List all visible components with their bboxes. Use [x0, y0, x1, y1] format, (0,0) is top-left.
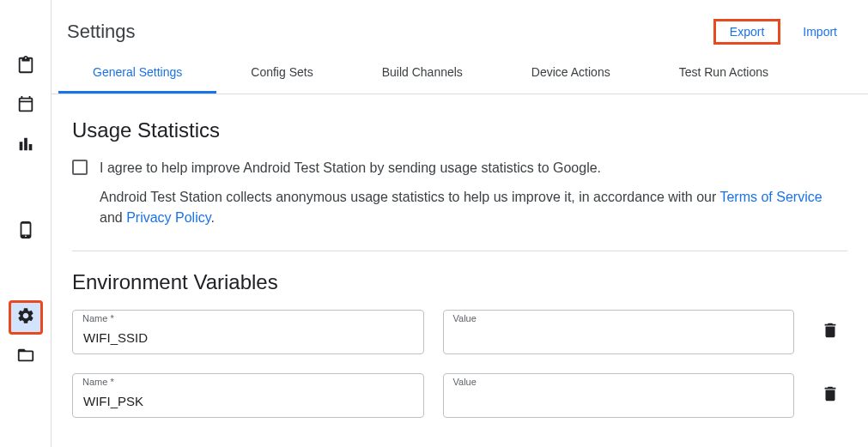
- sidebar-item-settings[interactable]: [9, 300, 43, 335]
- env-name-field-0: Name *: [72, 310, 424, 354]
- page-title: Settings: [67, 21, 136, 43]
- tab-general-settings[interactable]: General Settings: [58, 53, 216, 94]
- env-row-1: Name * Value: [72, 373, 847, 418]
- clipboard-icon: [16, 56, 35, 78]
- env-name-field-1: Name *: [72, 373, 424, 418]
- export-highlight: Export: [713, 19, 780, 45]
- usage-desc-prefix: Android Test Station collects anonymous …: [100, 190, 719, 204]
- content: Usage Statistics I agree to help improve…: [52, 94, 868, 447]
- env-value-field-0: Value: [443, 310, 795, 354]
- tab-build-channels[interactable]: Build Channels: [348, 53, 497, 94]
- usage-agree-row: I agree to help improve Android Test Sta…: [72, 158, 847, 178]
- sidebar-item-calendar[interactable]: [9, 89, 43, 124]
- privacy-link[interactable]: Privacy Policy: [126, 210, 210, 225]
- usage-description: Android Test Station collects anonymous …: [100, 187, 847, 228]
- env-value-label: Value: [453, 377, 476, 387]
- main-content: Settings Export Import General Settings …: [52, 0, 868, 447]
- env-value-label: Value: [453, 313, 476, 323]
- divider: [72, 251, 847, 251]
- env-name-label: Name *: [82, 313, 114, 323]
- export-button[interactable]: Export: [723, 20, 771, 44]
- trash-icon: [821, 384, 840, 407]
- trash-icon: [821, 321, 840, 343]
- env-value-field-1: Value: [443, 373, 795, 418]
- tab-device-actions[interactable]: Device Actions: [497, 53, 645, 94]
- delete-row-button-1[interactable]: [813, 378, 847, 413]
- delete-row-button-0[interactable]: [813, 315, 847, 349]
- phone-icon: [16, 220, 35, 243]
- env-name-label: Name *: [82, 377, 114, 387]
- sidebar-item-chart[interactable]: [9, 129, 43, 163]
- gear-icon: [16, 306, 35, 329]
- sidebar-item-clipboard[interactable]: [9, 50, 43, 84]
- calendar-icon: [16, 95, 35, 118]
- terms-link[interactable]: Terms of Service: [719, 190, 822, 204]
- tabs: General Settings Config Sets Build Chann…: [52, 53, 868, 94]
- chart-icon: [16, 135, 35, 157]
- usage-period: .: [211, 210, 215, 225]
- import-button[interactable]: Import: [796, 20, 844, 44]
- sidebar-item-folder[interactable]: [9, 340, 43, 374]
- env-row-0: Name * Value: [72, 310, 847, 354]
- env-name-input-1[interactable]: [72, 373, 424, 418]
- tab-test-run-actions[interactable]: Test Run Actions: [645, 53, 803, 94]
- tab-config-sets[interactable]: Config Sets: [216, 53, 347, 94]
- usage-title: Usage Statistics: [72, 118, 847, 142]
- sidebar: [0, 0, 52, 447]
- env-title: Environment Variables: [72, 270, 847, 294]
- env-value-input-0[interactable]: [443, 310, 795, 354]
- env-name-input-0[interactable]: [72, 310, 424, 354]
- folder-icon: [16, 346, 35, 368]
- env-value-input-1[interactable]: [443, 373, 795, 418]
- sidebar-item-device[interactable]: [9, 214, 43, 249]
- header-actions: Export Import: [713, 19, 844, 45]
- usage-agree-checkbox[interactable]: [72, 160, 88, 175]
- usage-agree-text: I agree to help improve Android Test Sta…: [100, 158, 601, 178]
- usage-and: and: [100, 210, 126, 225]
- header: Settings Export Import: [52, 0, 868, 53]
